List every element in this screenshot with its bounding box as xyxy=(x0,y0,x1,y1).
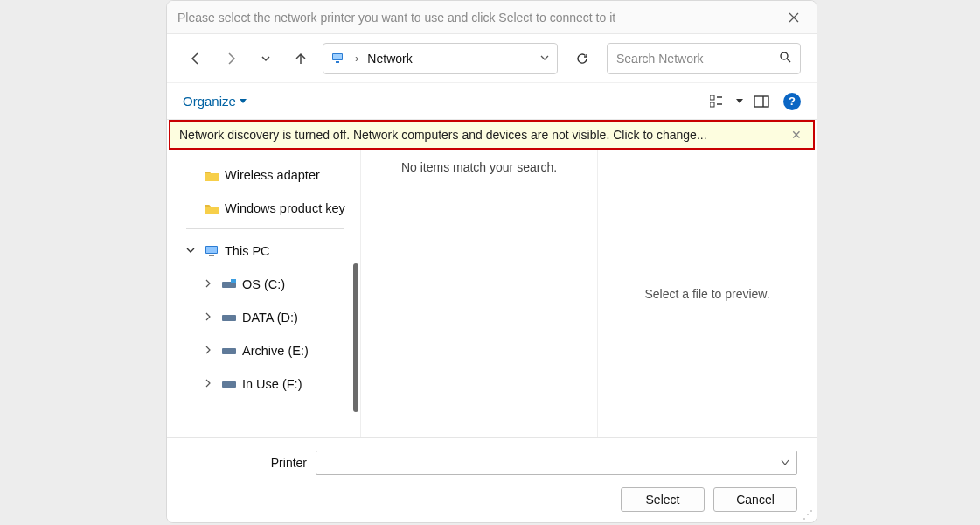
titlebar: Please select the network printer you wa… xyxy=(167,1,817,34)
folder-label: Wireless adapter xyxy=(225,168,320,182)
svg-rect-16 xyxy=(222,348,236,354)
up-button[interactable] xyxy=(288,46,314,72)
drive-item[interactable]: DATA (D:) xyxy=(186,301,360,334)
folder-icon xyxy=(204,202,219,215)
svg-rect-12 xyxy=(209,255,214,256)
chevron-right-icon[interactable] xyxy=(204,312,216,324)
navigation-pane[interactable]: Wireless adapter Windows product key Thi… xyxy=(167,150,361,438)
drive-label: DATA (D:) xyxy=(242,311,298,325)
drive-label: OS (C:) xyxy=(242,277,285,291)
preview-pane-toggle[interactable] xyxy=(748,88,775,115)
close-button[interactable] xyxy=(782,5,806,30)
bottom-panel: Printer Select Cancel xyxy=(167,438,817,522)
file-list[interactable]: No items match your search. xyxy=(361,150,598,438)
breadcrumb-separator: › xyxy=(355,52,358,65)
drive-label: Archive (E:) xyxy=(242,344,309,358)
printer-select-dialog: Please select the network printer you wa… xyxy=(166,0,817,523)
chevron-right-icon[interactable] xyxy=(204,278,216,290)
network-discovery-warning[interactable]: Network discovery is turned off. Network… xyxy=(169,120,815,150)
warning-close-icon[interactable]: ✕ xyxy=(789,128,804,142)
navigation-row: › Network xyxy=(167,34,817,83)
view-options-button[interactable] xyxy=(705,88,731,115)
svg-rect-4 xyxy=(710,95,714,100)
address-bar[interactable]: › Network xyxy=(323,43,558,74)
forward-button[interactable] xyxy=(218,46,244,72)
organize-menu[interactable]: Organize xyxy=(183,94,247,108)
cancel-button[interactable]: Cancel xyxy=(713,487,797,512)
drive-icon xyxy=(221,345,237,357)
view-dropdown[interactable] xyxy=(734,88,745,115)
search-input[interactable] xyxy=(616,52,779,66)
printer-label: Printer xyxy=(186,456,307,470)
tree-divider xyxy=(186,228,344,229)
folder-item[interactable]: Wireless adapter xyxy=(186,158,360,192)
content-pane: No items match your search. Select a fil… xyxy=(361,150,817,438)
body: Wireless adapter Windows product key Thi… xyxy=(167,150,817,438)
pc-icon xyxy=(204,245,219,257)
chevron-right-icon[interactable] xyxy=(204,345,216,357)
search-box[interactable] xyxy=(607,43,801,74)
svg-rect-2 xyxy=(336,61,339,63)
drive-item[interactable]: OS (C:) xyxy=(186,268,360,301)
svg-rect-11 xyxy=(206,247,217,253)
this-pc-node[interactable]: This PC xyxy=(186,234,360,268)
back-button[interactable] xyxy=(183,46,209,72)
address-dropdown[interactable] xyxy=(539,51,550,66)
network-icon xyxy=(330,52,346,66)
dialog-buttons: Select Cancel xyxy=(186,487,797,512)
folder-item[interactable]: Windows product key xyxy=(186,192,360,225)
svg-rect-15 xyxy=(222,315,236,321)
svg-rect-17 xyxy=(222,382,236,388)
nav-scrollbar-thumb[interactable] xyxy=(353,263,358,412)
drive-item[interactable]: Archive (E:) xyxy=(186,334,360,368)
printer-combo[interactable] xyxy=(316,451,797,475)
drive-icon xyxy=(221,378,237,390)
svg-point-3 xyxy=(781,52,788,60)
chevron-right-icon[interactable] xyxy=(204,378,216,390)
breadcrumb-location[interactable]: Network xyxy=(367,52,412,66)
warning-text: Network discovery is turned off. Network… xyxy=(179,128,789,142)
drive-icon xyxy=(221,312,237,324)
resize-grip[interactable]: ⋰ xyxy=(803,508,813,521)
chevron-down-icon xyxy=(781,459,789,466)
svg-rect-14 xyxy=(231,279,236,284)
search-icon xyxy=(779,51,791,66)
preview-empty-text: Select a file to preview. xyxy=(644,287,769,301)
empty-list-text: No items match your search. xyxy=(401,160,557,438)
preview-pane: Select a file to preview. xyxy=(598,150,817,438)
printer-row: Printer xyxy=(186,451,797,475)
svg-rect-1 xyxy=(333,54,342,60)
select-button[interactable]: Select xyxy=(621,487,705,512)
drive-item[interactable]: In Use (F:) xyxy=(186,368,360,401)
recent-dropdown[interactable] xyxy=(253,46,279,72)
organize-label: Organize xyxy=(183,94,236,108)
chevron-down-icon[interactable] xyxy=(186,245,198,257)
svg-rect-8 xyxy=(754,96,768,107)
help-button[interactable]: ? xyxy=(783,93,801,110)
this-pc-label: This PC xyxy=(225,244,270,258)
toolbar: Organize ? xyxy=(167,83,817,120)
folder-icon xyxy=(204,169,219,182)
refresh-button[interactable] xyxy=(566,43,598,74)
drive-label: In Use (F:) xyxy=(242,377,302,391)
drive-icon xyxy=(221,278,237,290)
folder-label: Windows product key xyxy=(225,201,345,215)
dialog-title: Please select the network printer you wa… xyxy=(177,10,782,24)
svg-rect-5 xyxy=(710,102,714,107)
